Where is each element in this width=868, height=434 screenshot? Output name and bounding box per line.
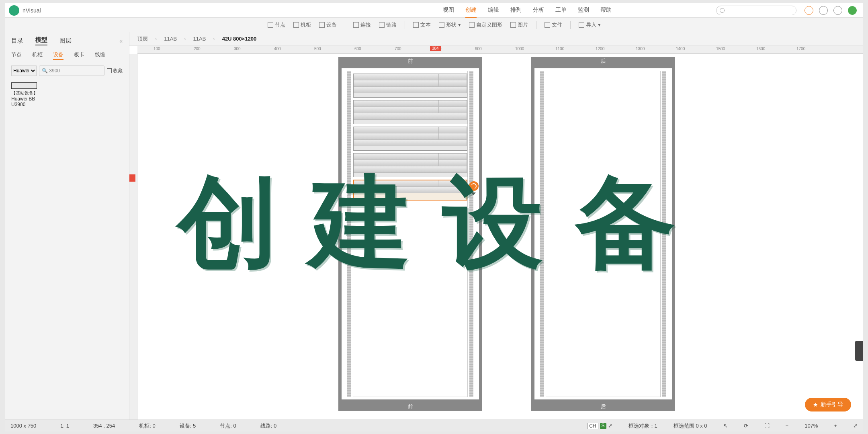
status-device-count: 设备: 5 xyxy=(180,422,196,430)
menu-help[interactable]: 帮助 xyxy=(600,3,612,18)
menu-ticket[interactable]: 工单 xyxy=(555,3,567,18)
subtab-device[interactable]: 设备 xyxy=(53,51,63,60)
text-icon xyxy=(413,22,419,28)
device-icon xyxy=(319,22,325,28)
link-icon xyxy=(379,22,385,28)
import-icon xyxy=(579,22,584,28)
sidebar-tab-layer[interactable]: 图层 xyxy=(59,37,72,45)
tool-custom-shape[interactable]: 自定义图形 xyxy=(469,21,502,29)
refresh-icon[interactable]: ⟳ xyxy=(744,423,748,429)
tool-node-label: 节点 xyxy=(275,21,285,29)
tool-node[interactable]: 节点 xyxy=(268,21,285,29)
status-line-count: 线路: 0 xyxy=(260,422,276,430)
rack-icon xyxy=(293,22,299,28)
search-icon: 🔍 xyxy=(42,68,48,74)
rack-device[interactable] xyxy=(353,74,467,98)
rack-device[interactable] xyxy=(353,100,467,124)
ime-lang-badge[interactable]: CH xyxy=(587,423,598,429)
tool-import-label: 导入 xyxy=(586,21,596,29)
rack-front-title-bottom: 前 xyxy=(338,403,482,411)
menu-edit[interactable]: 编辑 xyxy=(488,3,499,18)
tool-shape[interactable]: 形状 ▾ xyxy=(439,21,461,29)
tool-shape-label: 形状 xyxy=(446,21,457,29)
image-icon xyxy=(510,22,516,28)
status-node-count: 节点: 0 xyxy=(220,422,236,430)
zoom-in-icon[interactable]: + xyxy=(834,423,837,429)
rack-device[interactable] xyxy=(353,127,467,151)
subtab-rack[interactable]: 机柜 xyxy=(32,51,43,60)
zoom-out-icon[interactable]: − xyxy=(786,423,789,429)
cursor-tool-icon[interactable]: ↖ xyxy=(723,423,728,429)
tool-link[interactable]: 链路 xyxy=(379,21,397,29)
info-icon[interactable] xyxy=(819,6,828,15)
top-menu: 视图 创建 编辑 排列 分析 工单 监测 帮助 xyxy=(443,3,612,18)
menu-view[interactable]: 视图 xyxy=(443,3,454,18)
topbar: nVisual 视图 创建 编辑 排列 分析 工单 监测 帮助 xyxy=(5,3,863,18)
ruler-marker: 384 xyxy=(430,46,441,51)
ime-mode-badge[interactable]: S xyxy=(600,423,606,429)
tool-device-label: 设备 xyxy=(326,21,337,29)
subtab-cable[interactable]: 线缆 xyxy=(95,51,105,60)
newbie-guide-button[interactable]: ★ 新手引导 xyxy=(805,398,851,411)
top-icons xyxy=(805,6,857,15)
result-category: 【基站设备】 xyxy=(11,90,123,96)
sidebar-tab-model[interactable]: 模型 xyxy=(35,36,47,45)
node-icon xyxy=(268,22,273,28)
global-search-input[interactable] xyxy=(716,6,796,15)
custom-icon xyxy=(469,22,475,28)
tool-rack-label: 机柜 xyxy=(301,21,311,29)
ime-expand-icon[interactable]: ⤢ xyxy=(608,423,612,429)
tool-text[interactable]: 文本 xyxy=(413,21,431,29)
breadcrumb-1[interactable]: 11AB xyxy=(164,36,177,42)
tool-image-label: 图片 xyxy=(518,21,528,29)
create-toolbar: 节点 机柜 设备 连接 链路 文本 形状 ▾ 自定义图形 图片 文件 导入 ▾ xyxy=(5,18,863,32)
tool-device[interactable]: 设备 xyxy=(319,21,337,29)
ruler-v-marker xyxy=(129,174,135,182)
clock-icon[interactable] xyxy=(805,6,813,15)
status-zoom: 107% xyxy=(805,423,818,429)
breadcrumb: 顶层 › 11AB › 11AB › 42U 800×1200 xyxy=(129,32,863,46)
menu-arrange[interactable]: 排列 xyxy=(510,3,522,18)
app-logo-icon xyxy=(9,5,19,16)
right-edge-widget[interactable] xyxy=(855,341,863,361)
tool-file-label: 文件 xyxy=(552,21,562,29)
sidebar-tab-catalog[interactable]: 目录 xyxy=(11,37,23,45)
tool-custom-label: 自定义图形 xyxy=(476,21,502,29)
sidebar: 目录 模型 图层 « 节点 机柜 设备 板卡 线缆 Huawei 🔍 3900 … xyxy=(5,32,129,420)
checkbox-icon xyxy=(107,68,112,73)
breadcrumb-2[interactable]: 11AB xyxy=(193,36,206,42)
app-name: nVisual xyxy=(23,7,41,14)
favorite-label: 收藏 xyxy=(113,68,123,74)
sidebar-subtabs: 节点 机柜 设备 板卡 线缆 xyxy=(5,47,129,61)
tool-connect[interactable]: 连接 xyxy=(353,21,371,29)
status-sel-range: 框选范围 0 x 0 xyxy=(674,422,707,430)
search-icon xyxy=(720,8,725,13)
rack-back-title-bottom: 后 xyxy=(531,403,675,411)
fullscreen-icon[interactable]: ⤢ xyxy=(853,423,858,429)
gear-icon[interactable] xyxy=(833,6,842,15)
status-coords: 354 , 254 xyxy=(93,423,115,429)
device-thumbnail-icon xyxy=(11,82,37,89)
fit-icon[interactable]: ⛶ xyxy=(764,423,770,429)
search-result-item[interactable]: 【基站设备】 Huawei BB U3900 xyxy=(5,80,129,110)
subtab-card[interactable]: 板卡 xyxy=(74,51,84,60)
tool-import[interactable]: 导入 ▾ xyxy=(579,21,601,29)
menu-analysis[interactable]: 分析 xyxy=(533,3,544,18)
tool-file[interactable]: 文件 xyxy=(545,21,562,29)
user-avatar-icon[interactable] xyxy=(848,6,857,15)
tool-rack[interactable]: 机柜 xyxy=(293,21,311,29)
favorite-checkbox[interactable]: 收藏 xyxy=(107,68,123,74)
ruler-vertical xyxy=(129,54,137,420)
sidebar-collapse-icon[interactable]: « xyxy=(119,38,123,44)
tool-text-label: 文本 xyxy=(420,21,431,29)
tool-image[interactable]: 图片 xyxy=(510,21,528,29)
model-search-input[interactable]: 🔍 3900 xyxy=(39,66,104,76)
menu-create[interactable]: 创建 xyxy=(465,3,477,18)
statusbar: 1000 x 750 1: 1 354 , 254 机柜: 0 设备: 5 节点… xyxy=(5,420,863,432)
result-line2: U3900 xyxy=(11,102,123,107)
status-ime: CH S ⤢ xyxy=(587,423,612,429)
vendor-select[interactable]: Huawei xyxy=(11,66,37,76)
subtab-node[interactable]: 节点 xyxy=(11,51,22,60)
breadcrumb-top[interactable]: 顶层 xyxy=(137,35,148,43)
menu-monitor[interactable]: 监测 xyxy=(578,3,589,18)
